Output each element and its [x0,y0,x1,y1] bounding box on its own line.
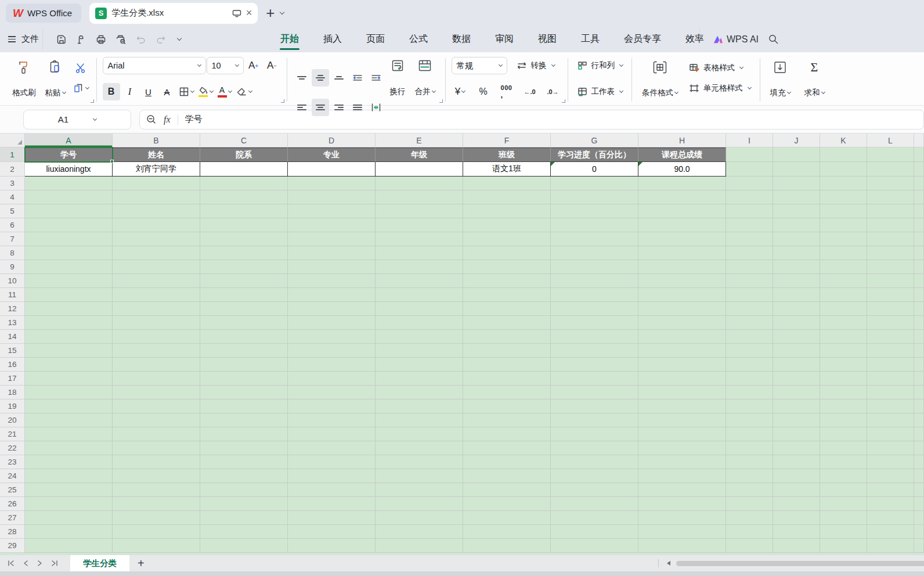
cell-D9[interactable] [288,260,376,274]
cell-G19[interactable] [551,399,638,413]
convert-chevron-icon[interactable] [551,63,555,67]
cell-D17[interactable] [288,372,376,386]
cell-partial-16[interactable] [914,358,924,372]
strikethrough-button[interactable]: A [158,83,176,100]
cell-H10[interactable] [638,274,726,288]
last-sheet-icon[interactable] [49,558,60,568]
cell-H9[interactable] [638,260,726,274]
cell-J5[interactable] [773,204,820,218]
cell-F24[interactable] [463,469,551,483]
cell-A6[interactable] [25,218,113,232]
cell-L12[interactable] [867,302,914,316]
cell-K22[interactable] [820,441,867,455]
cell-partial-23[interactable] [914,455,924,469]
cell-I13[interactable] [726,316,773,330]
row-header-27[interactable]: 27 [0,511,25,525]
first-sheet-icon[interactable] [6,558,16,568]
cell-style-chevron-icon[interactable] [747,85,751,89]
cell-C24[interactable] [200,469,288,483]
cell-C29[interactable] [200,539,288,553]
underline-button[interactable]: U [140,83,157,100]
cell-H15[interactable] [638,344,726,358]
cell-K26[interactable] [820,497,867,511]
column-header-H[interactable]: H [638,134,726,147]
cell-I20[interactable] [726,413,773,427]
cell-F5[interactable] [463,204,551,218]
cell-A3[interactable] [25,177,113,190]
cell-J3[interactable] [773,177,820,190]
fill-chevron-icon[interactable] [786,90,791,94]
row-header-22[interactable]: 22 [0,441,25,455]
monitor-icon[interactable] [232,9,241,17]
cell-C13[interactable] [200,316,288,330]
column-header-L[interactable]: L [867,134,914,147]
cell-J22[interactable] [773,441,820,455]
cell-partial-22[interactable] [914,441,924,455]
menu-tab-插入[interactable]: 插入 [311,27,354,52]
cell-C16[interactable] [200,358,288,372]
cell-E24[interactable] [376,469,463,483]
column-header-E[interactable]: E [376,134,463,147]
cell-I3[interactable] [726,177,773,190]
fx-icon[interactable]: fx [164,114,171,125]
add-sheet-button[interactable]: + [138,557,145,570]
column-header-A[interactable]: A [25,134,113,147]
cell-H2[interactable]: 90.0 [638,162,726,177]
cell-I19[interactable] [726,399,773,413]
menu-tab-数据[interactable]: 数据 [440,27,483,52]
cell-H22[interactable] [638,441,726,455]
export-pdf-icon[interactable] [75,34,87,45]
cell-partial-3[interactable] [914,177,924,190]
cell-H1[interactable]: 课程总成绩 [638,147,726,162]
cell-F26[interactable] [463,497,551,511]
cell-partial-20[interactable] [914,413,924,427]
cell-H23[interactable] [638,455,726,469]
cell-A10[interactable] [25,274,113,288]
cell-B3[interactable] [113,177,200,190]
cell-K1[interactable] [820,147,867,162]
cell-L18[interactable] [867,386,914,399]
prev-sheet-icon[interactable] [20,558,31,568]
cell-B25[interactable] [113,483,200,497]
merge-cells-button[interactable]: 合并 [411,56,439,99]
cell-G21[interactable] [551,427,638,441]
column-header-D[interactable]: D [288,134,376,147]
cell-J19[interactable] [773,399,820,413]
cell-G26[interactable] [551,497,638,511]
cell-G14[interactable] [551,330,638,344]
cell-G29[interactable] [551,539,638,553]
cell-F29[interactable] [463,539,551,553]
cell-partial-28[interactable] [914,525,924,539]
cell-I24[interactable] [726,469,773,483]
cell-F12[interactable] [463,302,551,316]
cell-J7[interactable] [773,232,820,246]
cell-E25[interactable] [376,483,463,497]
row-header-5[interactable]: 5 [0,204,25,218]
cell-B4[interactable] [113,190,200,204]
cell-E16[interactable] [376,358,463,372]
cell-D13[interactable] [288,316,376,330]
cell-C9[interactable] [200,260,288,274]
row-header-3[interactable]: 3 [0,177,25,190]
cell-H20[interactable] [638,413,726,427]
cell-B5[interactable] [113,204,200,218]
cell-L11[interactable] [867,288,914,302]
worksheet-button[interactable]: 工作表 [574,83,626,100]
cell-J12[interactable] [773,302,820,316]
cell-L16[interactable] [867,358,914,372]
cell-E17[interactable] [376,372,463,386]
cell-L9[interactable] [867,260,914,274]
merge-chevron-icon[interactable] [431,89,435,93]
table-style-chevron-icon[interactable] [739,65,743,69]
cell-A11[interactable] [25,288,113,302]
cell-H3[interactable] [638,177,726,190]
cell-L24[interactable] [867,469,914,483]
menu-tab-公式[interactable]: 公式 [397,27,440,52]
cell-J29[interactable] [773,539,820,553]
cell-J26[interactable] [773,497,820,511]
cell-partial-8[interactable] [914,246,924,260]
cell-J25[interactable] [773,483,820,497]
cell-A20[interactable] [25,413,113,427]
cell-C3[interactable] [200,177,288,190]
cell-B7[interactable] [113,232,200,246]
